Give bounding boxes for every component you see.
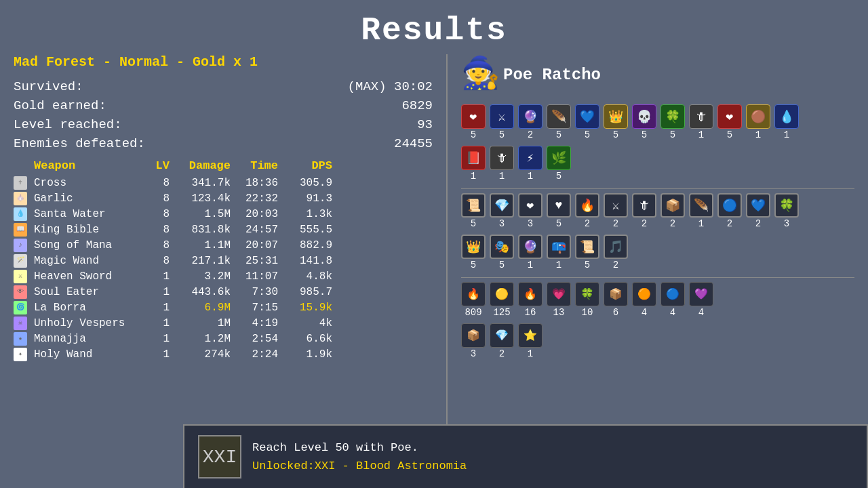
weapon-name: Cross [34,177,142,189]
item-slot: 💎 3 [490,193,514,229]
item-slot: ❤ 3 [518,193,542,229]
weapons-header: Weapon LV Damage Time DPS [14,159,433,174]
item-icon: ❤ [518,193,542,218]
weapon-lv: 1 [142,270,170,283]
weapons-rows: ✝ Cross 8 341.7k 18:36 305.9 🧄 Garlic 8 … [14,176,433,361]
weapon-lv: 1 [142,286,170,298]
item-count: 2 [585,218,590,229]
weapon-time: 2:24 [231,348,278,361]
item-icon: 🟤 [746,104,770,129]
item-icon: 💙 [575,104,599,129]
weapon-time: 11:07 [231,270,278,283]
weapon-damage: 6.9M [170,302,231,314]
item-slot: 🗡 2 [632,193,656,229]
table-row: ✝ Cross 8 341.7k 18:36 305.9 [14,176,433,190]
weapon-damage: 341.7k [170,177,231,189]
item-count: 4 [670,307,675,318]
item-icon: 🪶 [547,104,571,129]
item-count: 1 [556,260,561,270]
item-count: 2 [528,129,533,140]
weapon-lv: 8 [142,239,170,251]
table-row: ✦ Holy Wand 1 274k 2:24 1.9k [14,348,433,361]
item-slot: 🪶 5 [547,104,571,140]
item-slot: 🔥 16 [518,282,542,318]
item-slot: 🗡 1 [490,146,514,182]
item-slot: 💙 2 [746,193,770,229]
passive-row2: 👑 5 🎭 5 🔮 1 📪 1 📜 5 🎵 2 [461,235,854,270]
weapon-dps: 4k [278,317,332,329]
item-icon: 💗 [547,282,571,306]
subtitle: Mad Forest - Normal - Gold x 1 [14,54,433,70]
item-slot: 🍀 10 [575,282,599,318]
item-count: 1 [499,171,505,182]
item-count: 3 [528,218,533,229]
weapon-time: 20:07 [231,239,278,251]
weapon-time: 4:19 [231,317,278,329]
left-panel: Mad Forest - Normal - Gold x 1 Survived:… [14,54,448,488]
gold-row: Gold earned: 6829 [14,98,433,113]
item-slot: 🟤 1 [746,104,770,140]
item-slot: 📜 5 [575,235,599,270]
item-count: 1 [755,129,761,140]
weapon-dps: 4.8k [278,270,332,283]
gold-label: Gold earned: [14,98,106,113]
item-count: 5 [556,129,561,140]
item-count: 1 [784,129,789,140]
item-count: 5 [585,260,590,270]
item-icon: 🍀 [660,104,685,129]
weapon-name: Heaven Sword [34,270,142,283]
col-time: Time [231,159,278,172]
item-slot: 📦 6 [604,282,628,318]
item-slot: ⚔ 5 [490,104,514,140]
item-icon: 🟡 [490,282,514,306]
item-icon: ❤️ [461,104,486,129]
weapon-dps: 555.5 [278,224,332,236]
item-icon: ♥ [547,193,571,218]
item-icon: 💎 [490,323,514,348]
item-slot: 📦 3 [461,323,486,359]
item-icon: ❤ [717,104,742,129]
item-count: 2 [642,218,647,229]
col-weapon: Weapon [34,159,142,172]
item-count: 4 [642,307,647,318]
notif-icon-text: XXI [203,447,237,468]
item-icon: 🔥 [461,282,486,306]
weapon-dps: 141.8 [278,255,332,267]
weapon-time: 25:31 [231,255,278,267]
level-label: Level reached: [14,117,122,132]
weapon-lv: 8 [142,224,170,236]
passive-items-section: 📜 5 💎 3 ❤ 3 ♥ 5 🔥 2 ⚔ 2 🗡 2 📦 2 🪶 1 🔵 [461,193,854,270]
weapon-name: Santa Water [34,208,142,220]
weapon-name: Soul Eater [34,286,142,298]
table-row: 🌀 La Borra 1 6.9M 7:15 15.9k [14,301,433,314]
item-icon: 🗡 [689,104,713,129]
weapon-name: King Bible [34,224,142,236]
bottom-notification: XXI Reach Level 50 with Poe. Unlocked:XX… [183,424,868,488]
weapon-icon: 👁 [14,285,27,299]
item-count: 16 [525,307,536,318]
item-slot: 📦 2 [660,193,685,229]
item-count: 10 [582,307,593,318]
item-icon: ⚡ [518,146,542,170]
item-icon: 🗡 [632,193,656,218]
item-count: 5 [471,260,476,270]
item-icon: 🎭 [490,235,514,259]
item-icon: 🪶 [689,193,713,218]
item-count: 1 [528,171,533,182]
weapon-time: 22:32 [231,192,278,205]
item-slot: 🔥 809 [461,282,486,318]
weapon-lv: 1 [142,317,170,329]
item-icon: ⚔ [604,193,628,218]
notif-unlock-text: Unlocked:XXI - Blood Astronomia [252,457,467,475]
item-slot: 🟡 125 [490,282,514,318]
divider2 [461,277,854,278]
item-icon: 💜 [689,282,713,306]
survived-row: Survived: (MAX) 30:02 [14,79,433,94]
item-count: 1 [471,171,476,182]
consumables-section: 🔥 809 🟡 125 🔥 16 💗 13 🍀 10 📦 6 🟠 4 🔵 4 💜… [461,282,854,359]
weapon-icon: ♪ [14,239,27,252]
item-count: 1 [698,129,704,140]
item-count: 1 [528,348,533,359]
weapon-name: Garlic [34,192,142,205]
weapon-dps: 305.9 [278,177,332,189]
